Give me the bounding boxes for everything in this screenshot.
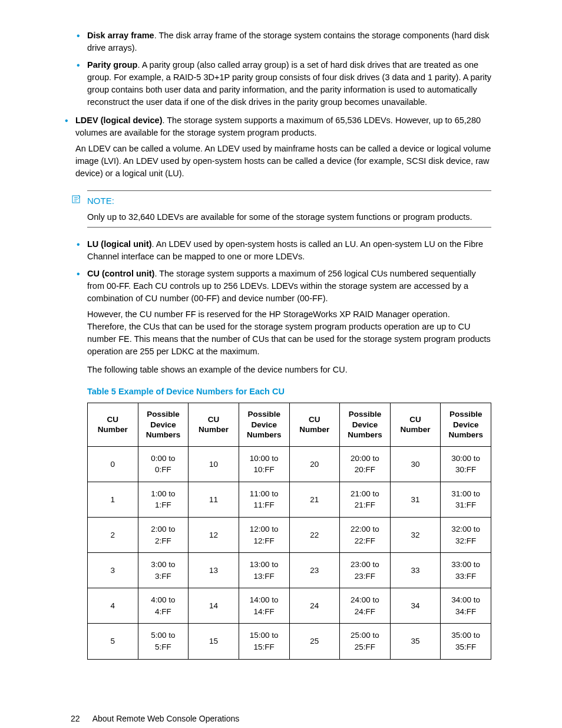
table-cell: 25 (289, 624, 340, 659)
col-dev: Possible Device Numbers (340, 403, 391, 447)
table-cell: 5:00 to 5:FF (138, 624, 189, 659)
table-cell: 23 (289, 553, 340, 588)
table-cell: 13 (189, 553, 239, 588)
table-cell: 31 (390, 482, 441, 517)
table-cell: 32:00 to 32:FF (441, 518, 491, 553)
table-cell: 22:00 to 22:FF (340, 518, 391, 553)
col-cu: CU Number (88, 403, 138, 447)
table-cell: 2:00 to 2:FF (138, 518, 189, 553)
table-cell: 20:00 to 20:FF (340, 446, 391, 482)
bullet-ldev: LDEV (logical device). The storage syste… (59, 114, 491, 180)
device-numbers-table: CU Number Possible Device Numbers CU Num… (87, 403, 491, 659)
table-cell: 33:00 to 33:FF (441, 553, 491, 588)
bullet-list-1: Disk array frame. The disk array frame o… (71, 29, 491, 108)
col-dev: Possible Device Numbers (441, 403, 491, 447)
note-body: Only up to 32,640 LDEVs are available fo… (87, 211, 491, 223)
table-cell: 23:00 to 23:FF (340, 553, 391, 588)
table-row: 00:00 to 0:FF1010:00 to 10:FF2020:00 to … (88, 446, 491, 482)
table-header-row: CU Number Possible Device Numbers CU Num… (88, 403, 491, 447)
term: CU (control unit) (87, 269, 154, 278)
table-cell: 35:00 to 35:FF (441, 624, 491, 659)
col-cu: CU Number (289, 403, 340, 447)
section-title: About Remote Web Console Operations (92, 714, 240, 723)
cu-continuation-2: The following table shows an example of … (87, 364, 491, 376)
table-cell: 10 (189, 446, 239, 482)
col-dev: Possible Device Numbers (239, 403, 289, 447)
bullet-disk-array-frame: Disk array frame. The disk array frame o… (71, 29, 491, 54)
cu-continuation-1: However, the CU number FF is reserved fo… (87, 308, 491, 358)
table-cell: 33 (390, 553, 441, 588)
col-cu: CU Number (390, 403, 441, 447)
table-row: 22:00 to 2:FF1212:00 to 12:FF2222:00 to … (88, 518, 491, 553)
table-cell: 4:00 to 4:FF (138, 588, 189, 624)
table-cell: 21 (289, 482, 340, 517)
term: LDEV (logical device) (75, 116, 162, 125)
table-cell: 20 (289, 446, 340, 482)
table-cell: 13:00 to 13:FF (239, 553, 289, 588)
table-cell: 14:00 to 14:FF (239, 588, 289, 624)
table-cell: 34:00 to 34:FF (441, 588, 491, 624)
table-body: 00:00 to 0:FF1010:00 to 10:FF2020:00 to … (88, 446, 491, 659)
table-cell: 1:00 to 1:FF (138, 482, 189, 517)
table-cell: 34 (390, 588, 441, 624)
note-title-text: NOTE: (87, 196, 114, 206)
note-icon (72, 195, 81, 207)
table-cell: 30 (390, 446, 441, 482)
bullet-lu: LU (logical unit). An LDEV used by open-… (71, 238, 491, 263)
table-cell: 3:00 to 3:FF (138, 553, 189, 588)
table-row: 33:00 to 3:FF1313:00 to 13:FF2323:00 to … (88, 553, 491, 588)
bullet-cu: CU (control unit). The storage system su… (71, 268, 491, 376)
term: LU (logical unit) (87, 239, 152, 249)
table-cell: 24:00 to 24:FF (340, 588, 391, 624)
table-cell: 25:00 to 25:FF (340, 624, 391, 659)
table-cell: 10:00 to 10:FF (239, 446, 289, 482)
table-cell: 2 (88, 518, 138, 553)
table-cell: 22 (289, 518, 340, 553)
table-cell: 3 (88, 553, 138, 588)
table-cell: 12 (189, 518, 239, 553)
page-footer: 22 About Remote Web Console Operations (71, 713, 491, 724)
bullet-parity-group: Parity group. A parity group (also calle… (71, 59, 491, 108)
term-text: . A parity group (also called array grou… (87, 60, 491, 107)
term: Parity group (87, 60, 137, 70)
table-cell: 5 (88, 624, 138, 659)
table-row: 44:00 to 4:FF1414:00 to 14:FF2424:00 to … (88, 588, 491, 624)
page-number: 22 (71, 714, 80, 723)
note-title: NOTE: (87, 195, 491, 207)
table-cell: 12:00 to 12:FF (239, 518, 289, 553)
table-cell: 11 (189, 482, 239, 517)
table-cell: 15 (189, 624, 239, 659)
table-cell: 15:00 to 15:FF (239, 624, 289, 659)
table-cell: 24 (289, 588, 340, 624)
table-cell: 0:00 to 0:FF (138, 446, 189, 482)
table-row: 55:00 to 5:FF1515:00 to 15:FF2525:00 to … (88, 624, 491, 659)
table-cell: 0 (88, 446, 138, 482)
ldev-continuation: An LDEV can be called a volume. An LDEV … (75, 143, 491, 180)
table-cell: 35 (390, 624, 441, 659)
bullet-list-ldev: LDEV (logical device). The storage syste… (59, 114, 491, 180)
table-title: Table 5 Example of Device Numbers for Ea… (87, 386, 491, 398)
table-cell: 11:00 to 11:FF (239, 482, 289, 517)
table-cell: 31:00 to 31:FF (441, 482, 491, 517)
col-dev: Possible Device Numbers (138, 403, 189, 447)
table-cell: 21:00 to 21:FF (340, 482, 391, 517)
bullet-list-2: LU (logical unit). An LDEV used by open-… (71, 238, 491, 376)
table-cell: 1 (88, 482, 138, 517)
table-row: 11:00 to 1:FF1111:00 to 11:FF2121:00 to … (88, 482, 491, 517)
table-cell: 30:00 to 30:FF (441, 446, 491, 482)
term: Disk array frame (87, 31, 154, 40)
col-cu: CU Number (189, 403, 239, 447)
note-block: NOTE: Only up to 32,640 LDEVs are availa… (71, 190, 491, 228)
table-cell: 32 (390, 518, 441, 553)
table-cell: 4 (88, 588, 138, 624)
table-cell: 14 (189, 588, 239, 624)
